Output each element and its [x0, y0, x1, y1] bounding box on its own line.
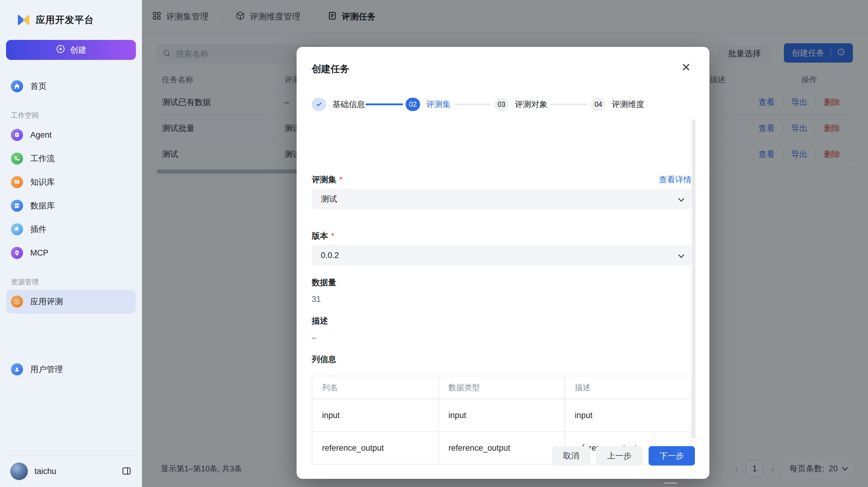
- home-icon: [11, 80, 23, 92]
- close-icon[interactable]: [682, 63, 691, 73]
- section-resource: 资源管理: [11, 278, 136, 287]
- modal-body: 评测集 * 查看详情 测试 版本 * 0.0.2 数据量 31 描述 – 列信息: [312, 166, 691, 483]
- sidebar-item-label: Agent: [30, 130, 52, 140]
- cell: input: [438, 399, 565, 432]
- dataset-label: 评测集: [312, 174, 336, 185]
- sidebar-item-label: 工作流: [30, 153, 55, 164]
- desc-value: –: [312, 333, 691, 343]
- sidebar-item-agent[interactable]: Agent: [6, 123, 136, 147]
- cell: input: [565, 399, 691, 432]
- sidebar-item-user-management[interactable]: 用户管理: [6, 358, 136, 381]
- collapse-sidebar-icon[interactable]: [121, 466, 132, 477]
- modal-footer: 取消 上一步 下一步: [552, 446, 695, 465]
- sidebar-item-label: 数据库: [30, 200, 55, 211]
- sidebar-item-label: MCP: [30, 248, 49, 258]
- book-icon: [11, 176, 23, 188]
- plus-circle-icon: [56, 44, 65, 56]
- dataset-select-value: 测试: [321, 194, 337, 204]
- create-button[interactable]: 创建: [6, 40, 136, 60]
- required-mark: *: [339, 175, 343, 185]
- next-step-button[interactable]: 下一步: [649, 446, 695, 465]
- sidebar-item-mcp[interactable]: MCP: [6, 241, 136, 265]
- section-workspace: 工作空间: [11, 111, 136, 120]
- modal-stepper: 基础信息 02 评测集 03 评测对象 04 评测维度: [312, 98, 644, 111]
- col-header: 列名: [312, 376, 438, 399]
- agent-icon: [11, 129, 23, 141]
- step2-badge: 02: [406, 98, 420, 111]
- view-detail-link[interactable]: 查看详情: [659, 174, 691, 185]
- col-header: 数据类型: [438, 376, 565, 399]
- sidebar-item-label: 首页: [30, 81, 46, 92]
- prev-step-button[interactable]: 上一步: [596, 446, 643, 465]
- step2-label: 评测集: [426, 99, 451, 110]
- step4-label: 评测维度: [612, 99, 644, 110]
- version-label: 版本: [312, 230, 328, 241]
- step-connector: [551, 103, 587, 105]
- step3-label: 评测对象: [515, 99, 548, 110]
- app-title: 应用开发平台: [36, 13, 94, 26]
- step4-badge: 04: [591, 98, 606, 111]
- cell: input: [312, 399, 438, 432]
- step1-label: 基础信息: [332, 99, 365, 110]
- chevron-down-icon: [678, 251, 682, 260]
- col-header: 描述: [565, 376, 691, 399]
- desc-label: 描述: [312, 316, 691, 326]
- user-avatar[interactable]: [10, 462, 28, 480]
- sidebar-user-row: taichu: [6, 455, 136, 487]
- step1-check-icon: [312, 98, 326, 111]
- sidebar: 应用开发平台 创建 首页 工作空间 Agent: [0, 0, 142, 487]
- app-screen: 评测集管理 评测维度管理 评测任务 批量选择: [0, 0, 868, 487]
- dataset-select[interactable]: 测试: [312, 189, 691, 209]
- mcp-shield-icon: [11, 247, 23, 259]
- version-select[interactable]: 0.0.2: [312, 245, 691, 266]
- sidebar-item-label: 用户管理: [30, 364, 63, 375]
- sidebar-item-label: 应用评测: [30, 296, 63, 307]
- sidebar-item-workflow[interactable]: 工作流: [6, 147, 136, 170]
- page-number[interactable]: 1: [661, 483, 679, 483]
- app-logo: 应用开发平台: [6, 0, 136, 27]
- count-label: 数据量: [312, 277, 691, 288]
- sidebar-item-app-eval[interactable]: 应用评测: [6, 290, 136, 313]
- cell: reference_output: [438, 432, 565, 464]
- create-button-label: 创建: [70, 44, 87, 55]
- sidebar-item-plugin[interactable]: 插件: [6, 218, 136, 241]
- step-connector: [366, 103, 403, 105]
- columns-table-header: 列名 数据类型 描述: [312, 376, 691, 399]
- required-mark: *: [331, 231, 334, 241]
- workflow-icon: [11, 153, 23, 165]
- star-badge-icon: [11, 295, 23, 307]
- columns-table-row: input input input: [312, 399, 691, 432]
- sidebar-item-home[interactable]: 首页: [6, 74, 136, 98]
- version-select-value: 0.0.2: [321, 251, 339, 260]
- server-icon: [11, 200, 23, 212]
- step-connector: [454, 103, 491, 105]
- cancel-button[interactable]: 取消: [552, 446, 590, 465]
- columns-label: 列信息: [312, 354, 691, 365]
- puzzle-icon: [11, 223, 23, 235]
- cell: reference_output: [312, 432, 438, 464]
- sidebar-item-knowledge[interactable]: 知识库: [6, 170, 136, 194]
- chevron-down-icon: [678, 195, 682, 204]
- create-task-modal: 创建任务 基础信息 02 评测集 03 评测对象 04 评测维度 评测集 * 查…: [297, 47, 709, 479]
- logo-icon: [17, 13, 30, 27]
- modal-title: 创建任务: [312, 63, 349, 75]
- user-icon: [11, 363, 23, 376]
- sidebar-item-label: 知识库: [30, 177, 55, 188]
- count-value: 31: [312, 295, 691, 304]
- step3-badge: 03: [494, 98, 509, 111]
- username: taichu: [34, 467, 115, 476]
- modal-scrollbar[interactable]: [692, 119, 695, 439]
- modal-pagination: 显示第 1 条–第 2 条，共 2 条 ‹ 1 ›: [312, 483, 691, 483]
- sidebar-item-database[interactable]: 数据库: [6, 194, 136, 218]
- sidebar-item-label: 插件: [30, 224, 46, 235]
